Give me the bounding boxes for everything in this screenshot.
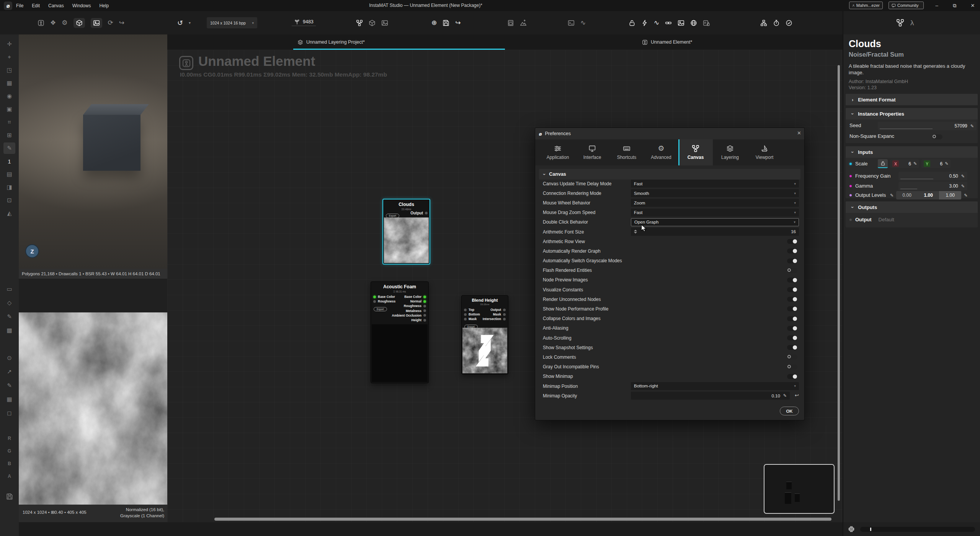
horizontal-scrollbar[interactable] — [214, 518, 831, 521]
pin-gray-icon[interactable] — [423, 314, 426, 317]
tool-icon-0-8[interactable]: ✎ — [3, 142, 15, 154]
globe-icon[interactable] — [690, 20, 697, 26]
node-blend-height[interactable]: Blend Height Σ0.25ms TopBottomMask Outpu… — [461, 295, 508, 374]
tool-icon-0-10[interactable]: ▤ — [0, 168, 19, 180]
wave-icon[interactable]: ∿ — [654, 19, 659, 27]
lock-icon[interactable] — [629, 20, 635, 26]
graph-properties-icon[interactable] — [896, 19, 904, 27]
pencil-icon[interactable]: ✎ — [913, 161, 917, 166]
pencil-icon[interactable]: ✎ — [783, 393, 787, 398]
image-icon[interactable] — [381, 20, 388, 26]
tool-icon-0-3[interactable]: ▦ — [0, 77, 19, 89]
history-check-icon[interactable] — [786, 20, 792, 26]
pin-gray-icon[interactable] — [503, 313, 506, 316]
tool-icon-1-0[interactable]: ▭ — [0, 283, 19, 295]
tool-icon-0-11[interactable]: ◨ — [0, 181, 19, 193]
settings-icon[interactable]: ⚙ — [62, 19, 67, 27]
pin-gray-icon[interactable] — [464, 318, 467, 320]
tool-icon-0-1[interactable]: ⌖ — [0, 51, 19, 63]
pref-tab-advanced[interactable]: ⚙Advanced — [644, 139, 678, 165]
tool-icon-1-3[interactable]: ▩ — [0, 325, 19, 336]
image-view-icon[interactable] — [91, 18, 102, 28]
reset-icon[interactable]: ↩ — [795, 392, 799, 398]
toggle-anti-aliasing[interactable] — [787, 326, 797, 331]
channel-1-button[interactable]: 1 — [0, 155, 19, 167]
tool-icon-0-13[interactable]: ◭ — [0, 208, 19, 219]
toggle-arithmetic-row-view[interactable] — [787, 239, 797, 244]
pref-tab-layering[interactable]: Layering — [713, 139, 747, 165]
vertical-scrollbar[interactable] — [838, 65, 840, 501]
refresh-icon[interactable]: ⟳ — [108, 19, 113, 27]
stopwatch-icon[interactable] — [773, 20, 780, 26]
output-pin[interactable] — [425, 212, 428, 214]
share-icon[interactable]: ↪ — [455, 19, 461, 27]
ok-button[interactable]: OK — [780, 407, 799, 415]
dropdown-mouse-drag-zoom-speed[interactable]: Fast▾ — [631, 209, 799, 217]
cube-view-icon[interactable] — [74, 18, 85, 28]
tool-icon-0-0[interactable]: ✛ — [0, 38, 19, 50]
node-acoustic-foam[interactable]: Acoustic Foam Σ 98.31 ms Base ColorRough… — [371, 281, 429, 383]
material-icon[interactable]: ❖ — [50, 19, 56, 27]
hierarchy-icon[interactable] — [760, 20, 767, 26]
tool-icon-0-5[interactable]: ▣ — [0, 103, 19, 115]
pref-tab-canvas[interactable]: Canvas — [678, 139, 713, 165]
dialog-close-icon[interactable]: ✕ — [797, 130, 801, 136]
image-lock-icon[interactable] — [703, 20, 710, 26]
toggle-auto-scrolling[interactable] — [787, 335, 797, 340]
gamma-slider[interactable] — [900, 189, 917, 189]
element-icon[interactable] — [38, 20, 44, 26]
section-element-format[interactable]: › Element Format — [846, 94, 978, 105]
save-icon[interactable] — [443, 20, 449, 26]
tool-icon-1-2[interactable]: ✎ — [0, 311, 19, 322]
graph-icon[interactable] — [356, 20, 363, 26]
toggle-lock-comments[interactable] — [787, 355, 797, 360]
pencil-icon[interactable]: ✎ — [961, 174, 965, 179]
pin-gray-icon[interactable] — [373, 300, 376, 303]
send-icon[interactable]: ↪ — [119, 19, 124, 27]
pin-gray-icon[interactable] — [503, 318, 506, 320]
bake-icon[interactable] — [507, 20, 514, 26]
minimap[interactable] — [764, 464, 835, 514]
pencil-icon[interactable]: ✎ — [970, 124, 974, 129]
pencil-icon[interactable]: ✎ — [890, 193, 893, 198]
pin-green-icon[interactable] — [373, 296, 376, 298]
toggle-automatically-render-graph[interactable] — [787, 248, 797, 253]
seed-field[interactable]: 57099 ✎ — [878, 122, 977, 130]
save-session-icon[interactable] — [0, 491, 19, 502]
toggle-render-unconnected-nodes[interactable] — [787, 297, 797, 302]
section-header[interactable]: › Outputs — [846, 201, 978, 213]
tool-icon-0-12[interactable]: ⊡ — [0, 194, 19, 206]
frequency-gain-slider[interactable] — [900, 179, 933, 179]
section-header[interactable]: › Instance Properties — [846, 108, 978, 119]
pin-gray-icon[interactable] — [503, 309, 506, 311]
pin-gray-icon[interactable] — [464, 313, 467, 316]
cube-icon[interactable] — [369, 20, 376, 26]
channel-r-button[interactable]: R — [0, 433, 19, 444]
viewport-3d[interactable]: Z — [19, 34, 167, 269]
dropdown-connection-rendering-mode[interactable]: Smooth▾ — [631, 189, 799, 197]
toggle-flash-rendered-entities[interactable] — [787, 268, 797, 273]
toggle-show-snapshot-settings[interactable] — [787, 345, 797, 350]
dropdown-canvas-update-time-delay-mode[interactable]: Fast▾ — [631, 180, 799, 188]
pin-green-icon[interactable] — [423, 300, 426, 303]
terminal-icon[interactable] — [568, 20, 575, 26]
tool-icon-2-1[interactable]: ↗ — [0, 366, 19, 377]
tool-icon-0-2[interactable]: ◳ — [0, 64, 19, 76]
user-account-button[interactable]: Mahm...ezer — [849, 2, 883, 9]
add-package-icon[interactable]: ⊕ — [431, 19, 437, 27]
tool-icon-0-7[interactable]: ⊞ — [0, 129, 19, 141]
channel-g-button[interactable]: G — [0, 445, 19, 457]
bolt-icon[interactable] — [641, 20, 648, 26]
lock-xy-button[interactable] — [878, 159, 888, 168]
tool-icon-2-3[interactable]: ▦ — [0, 394, 19, 405]
pin-gray-icon[interactable] — [423, 305, 426, 307]
undo-history-caret-icon[interactable]: ▾ — [189, 21, 191, 25]
pin-gray-icon[interactable] — [423, 309, 426, 312]
section-header-canvas[interactable]: › Canvas — [539, 169, 800, 180]
tab-layering-project[interactable]: Unnamed Layering Project* — [297, 34, 365, 50]
pencil-icon[interactable]: ✎ — [961, 184, 965, 189]
tool-icon-2-2[interactable]: ✎ — [0, 380, 19, 391]
output-levels-field[interactable]: 0.00 1.00 1.00 — [896, 191, 961, 199]
scale-x-field[interactable]: X 6 ✎ — [890, 159, 919, 168]
dropdown-minimap-position[interactable]: Bottom-right▾ — [631, 382, 799, 390]
